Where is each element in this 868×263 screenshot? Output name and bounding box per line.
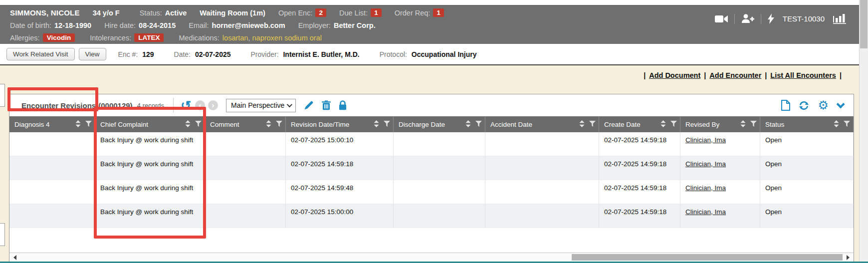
view-button[interactable]: View	[79, 48, 106, 60]
vertical-scrollbar-thumb[interactable]	[860, 0, 868, 48]
email-label: Email:	[189, 21, 209, 29]
filter-funnel-icon[interactable]	[384, 121, 390, 128]
waiting-room[interactable]: Waiting Room (1m)	[200, 9, 265, 17]
table-body: Back Injury @ work during shift02-07-202…	[9, 132, 854, 228]
flowsheet-chart-icon[interactable]	[833, 13, 846, 24]
action-link-add-document[interactable]: Add Document	[649, 71, 700, 79]
hire-date-value: 08-24-2015	[139, 21, 176, 29]
column-header-diagnosis-4[interactable]: Diagnosis 4	[9, 116, 95, 132]
cell-create-date: 02-07-2025 14:59:18	[599, 156, 680, 180]
horizontal-scrollbar[interactable]	[9, 253, 854, 262]
cell-revision-date-time: 02-07-2025 15:00:00	[286, 204, 394, 228]
open-enc-count-badge[interactable]: 2	[315, 8, 326, 17]
cell-discharge-date	[394, 204, 485, 228]
action-link-add-encounter[interactable]: Add Encounter	[709, 71, 761, 79]
perspective-select[interactable]: Main Perspective	[226, 99, 296, 112]
order-req-count-badge[interactable]: 1	[433, 8, 444, 17]
sort-icon[interactable]	[75, 120, 81, 129]
cell-chief-complaint: Back Injury @ work during shift	[95, 204, 205, 228]
provider-label: Provider:	[251, 50, 279, 58]
encounter-bar: Work Related VisitView Enc #: 129 Date: …	[0, 44, 859, 65]
vertical-scrollbar[interactable]	[859, 0, 868, 263]
collapse-chevron-icon[interactable]	[837, 102, 843, 108]
action-link-list-all-encounters[interactable]: List All Encounters	[770, 71, 836, 79]
sort-icon[interactable]	[834, 120, 839, 129]
next-icon[interactable]: ›	[208, 100, 218, 110]
intolerance-badges: LATEX	[134, 33, 166, 42]
column-header-accident-date[interactable]: Accident Date	[485, 116, 599, 132]
lightning-bolt-icon[interactable]	[768, 13, 774, 24]
due-list-count-badge[interactable]: 1	[371, 8, 382, 17]
filter-funnel-icon[interactable]	[85, 121, 92, 128]
sort-icon[interactable]	[579, 120, 585, 129]
due-list-label: Due List:	[339, 9, 368, 17]
horizontal-scrollbar-thumb[interactable]	[572, 254, 843, 261]
column-header-revised-by[interactable]: Revised By	[680, 116, 760, 132]
table-row[interactable]: Back Injury @ work during shift02-07-202…	[9, 180, 854, 204]
table-row[interactable]: Back Injury @ work during shift02-07-202…	[9, 156, 854, 180]
grid-toolbar: Encounter Revisions (0000129) , 4 record…	[9, 94, 854, 116]
cell-accident-date	[485, 156, 599, 180]
column-header-label: Revised By	[685, 121, 738, 128]
medication-item[interactable]: losartan	[222, 34, 248, 42]
filter-funnel-icon[interactable]	[844, 121, 850, 128]
edit-pencil-icon[interactable]	[304, 100, 314, 110]
cell-create-date: 02-07-2025 14:59:18	[599, 132, 680, 156]
sort-icon[interactable]	[266, 120, 271, 129]
status-label: Status:	[140, 9, 162, 17]
work-related-visit-button[interactable]: Work Related Visit	[6, 48, 75, 60]
video-camera-icon[interactable]	[715, 14, 728, 23]
dob-value: 12-18-1990	[54, 21, 91, 29]
sort-icon[interactable]	[185, 120, 191, 129]
lock-icon[interactable]	[339, 100, 347, 110]
sort-icon[interactable]	[660, 120, 666, 129]
webchart-screen: SIMMONS, NICOLE 34 y/o F Status: Active …	[0, 0, 868, 263]
dob-label: Date of birth:	[10, 21, 51, 29]
settings-gear-icon[interactable]: ⚙	[818, 100, 829, 111]
scroll-right-arrow[interactable]	[847, 255, 850, 260]
intolerances-label: Intolerances:	[90, 34, 131, 42]
column-header-revision-date-time[interactable]: Revision Date/Time	[286, 116, 394, 132]
table-row[interactable]: Back Injury @ work during shift02-07-202…	[9, 204, 854, 228]
employer-label: Employer:	[298, 21, 331, 29]
intolerance-badge[interactable]: LATEX	[134, 33, 164, 42]
toolbar-divider	[173, 98, 174, 113]
hire-date-label: Hire date:	[104, 21, 136, 29]
new-document-icon[interactable]	[781, 100, 790, 111]
revised-by-link[interactable]: Clinician, Ima	[685, 136, 726, 144]
column-header-discharge-date[interactable]: Discharge Date	[394, 116, 485, 132]
filter-funnel-icon[interactable]	[475, 121, 482, 128]
table-row[interactable]: Back Injury @ work during shift02-07-202…	[9, 132, 854, 156]
filter-funnel-icon[interactable]	[589, 121, 596, 128]
revised-by-link[interactable]: Clinician, Ima	[685, 184, 726, 192]
filter-funnel-icon[interactable]	[276, 121, 282, 128]
previous-icon[interactable]: ‹	[195, 100, 205, 110]
column-header-status[interactable]: Status	[760, 116, 854, 132]
undo-icon[interactable]: ↺	[181, 100, 191, 110]
column-header-chief-complaint[interactable]: Chief Complaint	[95, 116, 205, 132]
filter-funnel-icon[interactable]	[750, 121, 757, 128]
cell-comment	[205, 180, 286, 204]
window-edge-artifact	[0, 84, 5, 107]
revised-by-link[interactable]: Clinician, Ima	[685, 160, 726, 168]
filter-funnel-icon[interactable]	[670, 121, 677, 128]
cell-accident-date	[485, 180, 599, 204]
sort-icon[interactable]	[465, 120, 471, 129]
cell-accident-date	[485, 204, 599, 228]
allergy-badges: Vicodin	[43, 33, 77, 42]
trash-icon[interactable]	[322, 100, 331, 110]
grid-title-id[interactable]: (0000129)	[98, 101, 132, 110]
cell-chief-complaint: Back Injury @ work during shift	[95, 132, 205, 156]
sort-icon[interactable]	[374, 120, 379, 129]
filter-funnel-icon[interactable]	[195, 121, 202, 128]
revised-by-link[interactable]: Clinician, Ima	[685, 208, 726, 216]
refresh-icon[interactable]	[798, 100, 810, 111]
scroll-left-arrow[interactable]	[13, 255, 16, 260]
column-header-create-date[interactable]: Create Date	[599, 116, 680, 132]
medication-item[interactable]: naproxen sodium oral	[252, 34, 322, 42]
column-header-comment[interactable]: Comment	[205, 116, 286, 132]
link-pipe: |	[840, 71, 842, 79]
allergy-badge[interactable]: Vicodin	[43, 33, 75, 42]
sort-icon[interactable]	[740, 120, 746, 129]
person-add-icon[interactable]	[741, 14, 754, 23]
